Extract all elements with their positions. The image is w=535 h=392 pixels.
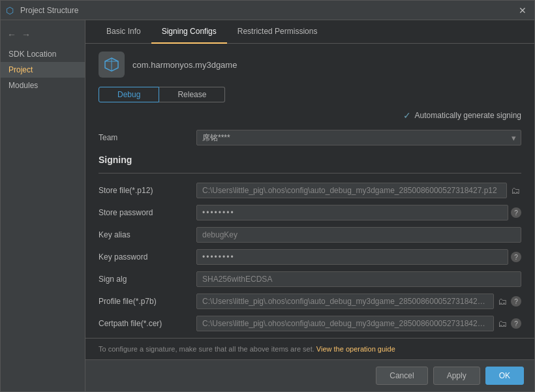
bottom-guide-area: To configure a signature, make sure that… — [85, 338, 534, 359]
key-password-help-icon[interactable]: ? — [511, 252, 521, 262]
store-password-label: Store password — [99, 208, 196, 217]
team-row: Team 席铭**** — [99, 130, 521, 145]
team-label: Team — [99, 133, 196, 142]
main-window: ⬡ Project Structure ✕ ← → SDK Location P… — [0, 0, 535, 392]
key-alias-label: Key alias — [99, 230, 196, 239]
store-password-value: •••••••• — [196, 205, 508, 220]
sign-alg-label: Sign alg — [99, 275, 196, 284]
sidebar-item-sdk-location[interactable]: SDK Location — [1, 46, 85, 62]
back-button[interactable]: ← — [6, 28, 18, 41]
signing-divider — [99, 173, 521, 173]
close-button[interactable]: ✕ — [516, 4, 529, 17]
profile-file-row: Profile file(*.p7b) C:\Users\little_pig\… — [99, 294, 521, 309]
store-file-folder-icon[interactable]: 🗂 — [510, 184, 521, 197]
store-password-row: Store password •••••••• ? — [99, 205, 521, 220]
store-password-actions: ? — [511, 207, 521, 218]
debug-release-toggle: Debug Release — [99, 87, 521, 102]
key-password-label: Key password — [99, 252, 196, 262]
signing-configs-content: com.harmonyos.my3dgame Debug Release ✓ A… — [85, 44, 534, 338]
store-file-actions: 🗂 — [510, 184, 521, 197]
app-name: com.harmonyos.my3dgame — [132, 60, 237, 70]
key-password-actions: ? — [511, 252, 521, 262]
cancel-button[interactable]: Cancel — [376, 367, 427, 385]
main-content: Basic Info Signing Configs Restricted Pe… — [85, 20, 534, 391]
sign-alg-row: Sign alg SHA256withECDSA — [99, 271, 521, 287]
forward-button[interactable]: → — [20, 28, 32, 41]
cube-icon — [102, 55, 121, 74]
profile-file-help-icon[interactable]: ? — [511, 296, 521, 307]
apply-button[interactable]: Apply — [433, 367, 480, 385]
certpath-file-label: Certpath file(*.cer) — [99, 319, 196, 328]
key-password-row: Key password •••••••• ? — [99, 249, 521, 265]
tab-restricted-permissions[interactable]: Restricted Permissions — [227, 20, 328, 44]
debug-button[interactable]: Debug — [99, 87, 159, 102]
store-file-label: Store file(*.p12) — [99, 186, 196, 195]
footer-buttons: Cancel Apply OK — [85, 359, 534, 391]
nav-buttons: ← → — [1, 25, 85, 44]
store-file-value: C:\Users\little_pig\.ohos\config\auto_de… — [196, 183, 507, 198]
sidebar-item-modules[interactable]: Modules — [1, 78, 85, 93]
team-select[interactable]: 席铭**** — [196, 130, 521, 145]
auto-sign-label: Automatically generate signing — [415, 111, 521, 120]
app-icon: ⬡ — [6, 5, 16, 16]
titlebar: ⬡ Project Structure ✕ — [1, 1, 534, 20]
certpath-file-row: Certpath file(*.cer) C:\Users\little_pig… — [99, 316, 521, 331]
release-button[interactable]: Release — [159, 87, 225, 102]
tab-basic-info[interactable]: Basic Info — [96, 20, 151, 44]
auto-sign-row: ✓ Automatically generate signing — [99, 110, 521, 121]
certpath-file-value: C:\Users\little_pig\.ohos\config\auto_de… — [196, 316, 494, 331]
app-header: com.harmonyos.my3dgame — [99, 52, 521, 78]
certpath-file-folder-icon[interactable]: 🗂 — [497, 317, 508, 330]
tab-bar: Basic Info Signing Configs Restricted Pe… — [85, 20, 534, 44]
sidebar: ← → SDK Location Project Modules — [1, 20, 85, 391]
key-password-value: •••••••• — [196, 249, 508, 265]
app-icon-box — [99, 52, 125, 78]
profile-file-actions: 🗂 ? — [497, 295, 521, 308]
guide-link[interactable]: View the operation guide — [316, 345, 395, 353]
profile-file-folder-icon[interactable]: 🗂 — [497, 295, 508, 308]
window-title: Project Structure — [20, 6, 516, 15]
sidebar-item-project[interactable]: Project — [1, 62, 85, 78]
profile-file-label: Profile file(*.p7b) — [99, 297, 196, 306]
signing-section-title: Signing — [99, 155, 521, 165]
store-password-help-icon[interactable]: ? — [511, 207, 521, 218]
certpath-file-help-icon[interactable]: ? — [511, 318, 521, 329]
certpath-file-actions: 🗂 ? — [497, 317, 521, 330]
sign-alg-value: SHA256withECDSA — [196, 271, 521, 287]
store-file-row: Store file(*.p12) C:\Users\little_pig\.o… — [99, 183, 521, 198]
auto-sign-checkmark: ✓ — [403, 110, 411, 121]
tab-signing-configs[interactable]: Signing Configs — [151, 20, 227, 44]
content-area: ← → SDK Location Project Modules Basic I… — [1, 20, 534, 391]
key-alias-value: debugKey — [196, 227, 521, 243]
ok-button[interactable]: OK — [485, 367, 524, 385]
profile-file-value: C:\Users\little_pig\.ohos\config\auto_de… — [196, 294, 494, 309]
key-alias-row: Key alias debugKey — [99, 227, 521, 243]
team-select-wrap: 席铭**** — [196, 130, 521, 145]
guide-text: To configure a signature, make sure that… — [99, 345, 521, 353]
